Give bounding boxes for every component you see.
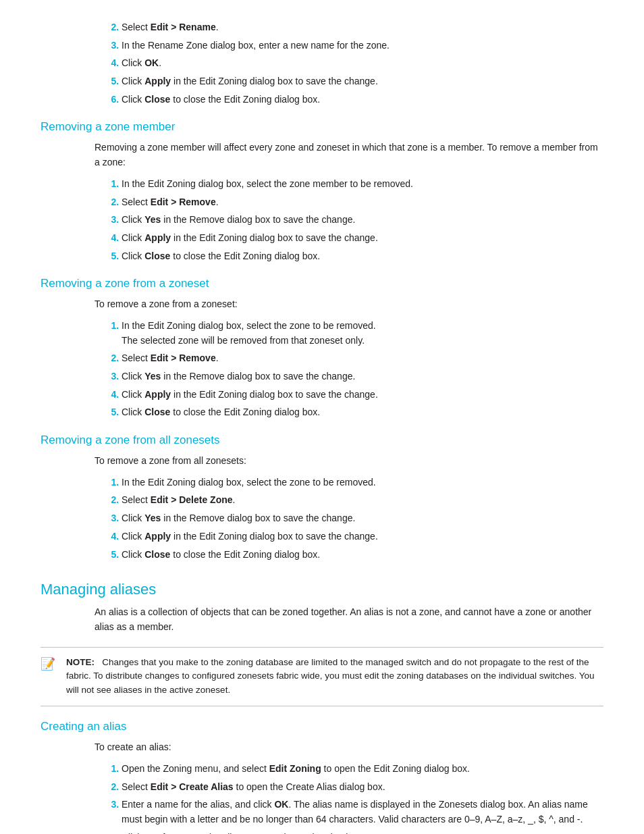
section-heading-remove-all: Removing a zone from all zonesets bbox=[41, 434, 603, 447]
creating-alias-steps: Open the Zoning menu, and select Edit Zo… bbox=[108, 762, 603, 834]
note-text: Changes that you make to the zoning data… bbox=[66, 657, 594, 696]
step-4: Click Apply in the Edit Zoning dialog bo… bbox=[122, 529, 603, 544]
step-5: Click Close to close the Edit Zoning dia… bbox=[122, 548, 603, 563]
step-1: In the Edit Zoning dialog box, select th… bbox=[122, 319, 603, 348]
step-3: Click Yes in the Remove dialog box to sa… bbox=[122, 369, 603, 384]
step-1: Open the Zoning menu, and select Edit Zo… bbox=[122, 762, 603, 777]
managing-aliases-heading: Managing aliases bbox=[41, 581, 603, 598]
step-4: Click Apply to save the alias name to th… bbox=[122, 831, 603, 834]
step-2: Select Edit > Remove. bbox=[122, 351, 603, 366]
note-box: 📝 NOTE: Changes that you make to the zon… bbox=[41, 647, 603, 707]
step-1: In the Edit Zoning dialog box, select th… bbox=[122, 177, 603, 192]
note-label: NOTE: bbox=[66, 657, 95, 667]
step-4: Click OK. bbox=[122, 56, 603, 71]
remove-member-intro: Removing a zone member will affect every… bbox=[95, 140, 603, 170]
step-2: Select Edit > Delete Zone. bbox=[122, 493, 603, 508]
step-3: Click Yes in the Remove dialog box to sa… bbox=[122, 213, 603, 228]
step-3: Click Yes in the Remove dialog box to sa… bbox=[122, 511, 603, 526]
remove-all-steps: In the Edit Zoning dialog box, select th… bbox=[108, 475, 603, 562]
step-1: In the Edit Zoning dialog box, select th… bbox=[122, 475, 603, 490]
step-5: Click Close to close the Edit Zoning dia… bbox=[122, 405, 603, 420]
step-5: Click Close to close the Edit Zoning dia… bbox=[122, 249, 603, 264]
remove-member-steps: In the Edit Zoning dialog box, select th… bbox=[108, 177, 603, 263]
note-icon: 📝 bbox=[41, 656, 61, 671]
step-6: Click Close to close the Edit Zoning dia… bbox=[122, 93, 603, 107]
section-heading-remove-zoneset: Removing a zone from a zoneset bbox=[41, 277, 603, 290]
step-2: Select Edit > Create Alias to open the C… bbox=[122, 780, 603, 795]
step-4: Click Apply in the Edit Zoning dialog bo… bbox=[122, 231, 603, 246]
step-3: In the Rename Zone dialog box, enter a n… bbox=[122, 38, 603, 53]
creating-alias-intro: To create an alias: bbox=[95, 740, 603, 755]
step-2: Select Edit > Remove. bbox=[122, 195, 603, 210]
step-5: Click Apply in the Edit Zoning dialog bo… bbox=[122, 74, 603, 89]
step-2: Select Edit > Rename. bbox=[122, 20, 603, 35]
creating-alias-heading: Creating an alias bbox=[41, 720, 603, 733]
managing-aliases-intro: An alias is a collection of objects that… bbox=[95, 605, 603, 634]
step-4: Click Apply in the Edit Zoning dialog bo… bbox=[122, 388, 603, 402]
step-3: Enter a name for the alias, and click OK… bbox=[122, 798, 603, 827]
remove-zoneset-steps: In the Edit Zoning dialog box, select th… bbox=[108, 319, 603, 420]
section-heading-remove-member: Removing a zone member bbox=[41, 120, 603, 134]
note-content: NOTE: Changes that you make to the zonin… bbox=[66, 656, 603, 698]
remove-zoneset-intro: To remove a zone from a zoneset: bbox=[95, 297, 603, 312]
remove-all-intro: To remove a zone from all zonesets: bbox=[95, 454, 603, 469]
rename-steps-list: Select Edit > Rename. In the Rename Zone… bbox=[108, 20, 603, 107]
